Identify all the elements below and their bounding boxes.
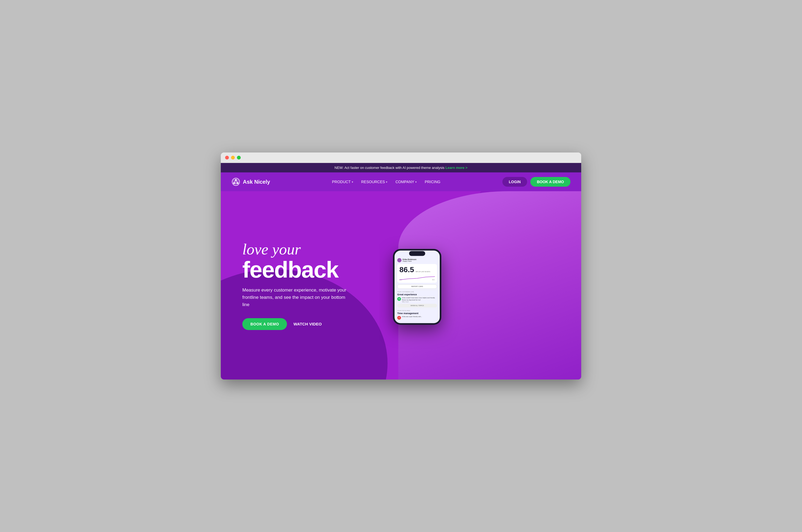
phone-feedback-title: Great experience xyxy=(397,293,437,296)
browser-window: NEW: Act faster on customer feedback wit… xyxy=(221,152,581,380)
logo-icon xyxy=(232,177,240,186)
phone-screen-content: Erika Robinson Happy Paws 86.5 NPS OF LA… xyxy=(395,250,440,323)
phone-focus-label: YOUR FOCUS AREA xyxy=(397,310,437,312)
phone-focus-item: 3 Erika was super friendly with... xyxy=(397,316,437,320)
book-demo-hero-button[interactable]: BOOK A DEMO xyxy=(242,318,287,330)
browser-chrome xyxy=(221,152,581,163)
phone-nps-score: 86.5 xyxy=(399,266,414,273)
login-button[interactable]: LOGIN xyxy=(502,177,527,187)
nav-company-label: COMPANY xyxy=(395,180,414,184)
phone-feedback-text: Erika couldn't have been more helpful an… xyxy=(402,297,437,301)
nav-resources-label: RESOURCES xyxy=(361,180,385,184)
phone-divider xyxy=(397,290,437,290)
logo-text: Ask Nicely xyxy=(243,179,270,185)
phone-divider-2 xyxy=(397,309,437,309)
browser-content: NEW: Act faster on customer feedback wit… xyxy=(221,163,581,380)
announcement-text: NEW: Act faster on customer feedback wit… xyxy=(335,166,444,170)
learn-more-link[interactable]: Learn more > xyxy=(445,166,467,170)
navbar: Ask Nicely PRODUCT ▾ RESOURCES ▾ COMPANY… xyxy=(221,172,581,191)
hero-visual: Erika Robinson Happy Paws 86.5 NPS OF LA… xyxy=(380,191,581,380)
nav-actions: LOGIN BOOK A DEMO xyxy=(502,177,570,187)
phone-customers-love-label: YOUR CUSTOMERS LOVE xyxy=(397,291,437,292)
chart-svg xyxy=(399,273,435,282)
phone-show-all-button[interactable]: SHOW ALL TOPICS xyxy=(397,304,437,308)
phone-frame: Erika Robinson Happy Paws 86.5 NPS OF LA… xyxy=(393,249,441,325)
phone-chart xyxy=(399,273,435,279)
nav-company[interactable]: COMPANY ▾ xyxy=(392,177,420,186)
nav-resources[interactable]: RESOURCES ▾ xyxy=(358,177,391,186)
nav-pricing[interactable]: PRICING xyxy=(421,177,443,186)
close-button-icon[interactable] xyxy=(225,156,229,159)
maximize-button-icon[interactable] xyxy=(237,156,241,159)
hero-actions: BOOK A DEMO WATCH VIDEO xyxy=(242,318,350,330)
phone-user-name: Erika Robinson xyxy=(403,259,416,260)
hero-title-italic: love your xyxy=(242,241,350,258)
phone-feedback-score: 10 xyxy=(397,297,401,301)
hero-title: love your feedback xyxy=(242,241,350,281)
phone-user-role: Happy Paws xyxy=(403,260,416,262)
nav-product[interactable]: PRODUCT ▾ xyxy=(329,177,356,186)
phone-focus-score: 3 xyxy=(397,316,401,320)
nav-pricing-label: PRICING xyxy=(425,180,440,184)
phone-nps-label: NPS OF LAST 30 DAYS xyxy=(416,271,430,272)
phone-notch xyxy=(409,251,425,256)
watch-video-button[interactable]: WATCH VIDEO xyxy=(293,322,322,326)
announcement-bar: NEW: Act faster on customer feedback wit… xyxy=(221,163,581,172)
nav-product-label: PRODUCT xyxy=(332,180,350,184)
phone-user-row: Erika Robinson Happy Paws xyxy=(397,258,437,262)
phone-feedback-content: Erika couldn't have been more helpful an… xyxy=(402,297,437,303)
hero-section: love your feedback Measure every custome… xyxy=(221,191,581,380)
phone-user-info: Erika Robinson Happy Paws xyxy=(403,259,416,262)
phone-feedback-author: Mike Grant xyxy=(402,301,437,303)
minimize-button-icon[interactable] xyxy=(231,156,235,159)
phone-report-card-button[interactable]: REPORT CARD xyxy=(397,284,437,289)
hero-description: Measure every customer experience, motiv… xyxy=(242,286,350,308)
chevron-down-icon: ▾ xyxy=(415,180,417,184)
phone-focus-title: Time management xyxy=(397,312,437,315)
phone-user-avatar xyxy=(397,258,402,262)
hero-title-bold: feedback xyxy=(242,258,350,281)
book-demo-nav-button[interactable]: BOOK A DEMO xyxy=(530,177,570,187)
phone-screen: Erika Robinson Happy Paws 86.5 NPS OF LA… xyxy=(395,250,440,323)
nav-links: PRODUCT ▾ RESOURCES ▾ COMPANY ▾ PRICING xyxy=(281,177,492,186)
chevron-down-icon: ▾ xyxy=(352,180,353,184)
chevron-down-icon: ▾ xyxy=(386,180,387,184)
phone-focus-feedback: Erika was super friendly with... xyxy=(402,316,422,318)
logo[interactable]: Ask Nicely xyxy=(232,177,270,186)
phone-focus-section: YOUR FOCUS AREA Time management 3 Erika … xyxy=(397,310,437,320)
hero-content: love your feedback Measure every custome… xyxy=(221,191,366,380)
phone-score-section: 86.5 NPS OF LAST 30 DAYS xyxy=(397,264,437,283)
phone-mockup: Erika Robinson Happy Paws 86.5 NPS OF LA… xyxy=(393,249,441,325)
phone-feedback-item: 10 Erika couldn't have been more helpful… xyxy=(397,297,437,303)
